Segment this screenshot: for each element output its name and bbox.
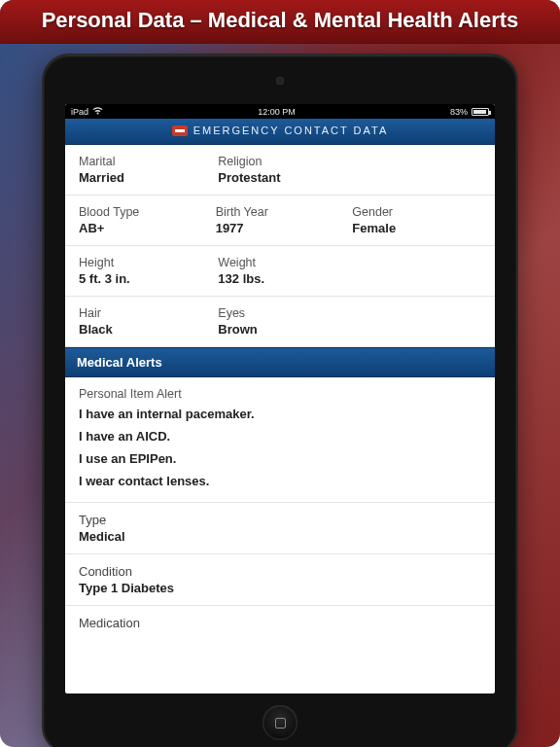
value-marital: Married [79,170,210,185]
label-religion: Religion [218,155,481,168]
value-eyes: Brown [218,322,481,337]
label-condition: Condition [79,564,481,579]
label-weight: Weight [218,256,481,269]
label-gender: Gender [352,205,481,219]
wifi-icon [92,106,103,117]
alert-line: I have an AICD. [79,429,481,444]
clock: 12:00 PM [258,107,296,117]
page-title: Personal Data – Medical & Mental Health … [0,0,560,44]
field-birth-year: Birth Year 1977 [216,205,345,235]
field-marital: Marital Married [79,155,210,185]
label-type: Type [79,513,481,527]
app-header-title: EMERGENCY CONTACT DATA [193,124,389,136]
value-religion: Protestant [218,170,481,185]
label-medication: Medication [79,616,481,630]
field-weight: Weight 132 lbs. [218,256,481,286]
field-height: Height 5 ft. 3 in. [79,256,210,286]
status-left: iPad [71,106,103,117]
device-screen: iPad 12:00 PM 83% EMERGENCY CONTACT DATA [65,104,495,694]
value-weight: 132 lbs. [218,271,481,286]
value-gender: Female [352,221,481,235]
field-medication: Medication [65,606,495,640]
app-header: EMERGENCY CONTACT DATA [65,119,495,145]
camera-dot [276,77,284,85]
label-height: Height [79,256,210,269]
field-gender: Gender Female [352,205,481,235]
alert-line: I use an EPIPen. [79,451,481,466]
field-hair: Hair Black [79,306,210,337]
status-right: 83% [450,107,489,117]
label-blood-type: Blood Type [79,205,208,219]
app-logo-icon [172,125,188,136]
row-marital-religion: Marital Married Religion Protestant [65,145,495,196]
label-marital: Marital [79,155,210,168]
label-eyes: Eyes [218,306,481,320]
tablet-mockup: iPad 12:00 PM 83% EMERGENCY CONTACT DATA [42,53,518,747]
section-medical-alerts: Medical Alerts [65,347,495,377]
value-hair: Black [79,322,210,337]
marketing-frame: Personal Data – Medical & Mental Health … [0,0,560,747]
alert-line: I have an internal pacemaker. [79,407,481,421]
content-scroll[interactable]: Marital Married Religion Protestant Bloo… [65,145,495,694]
value-height: 5 ft. 3 in. [79,271,210,286]
field-religion: Religion Protestant [218,155,481,185]
row-hair-eyes: Hair Black Eyes Brown [65,297,495,347]
value-blood-type: AB+ [79,221,208,235]
value-type: Medical [79,529,481,544]
battery-percent: 83% [450,107,468,117]
battery-icon [472,108,489,116]
personal-item-alert: Personal Item Alert I have an internal p… [65,377,495,503]
home-button[interactable] [262,705,298,740]
label-personal-item-alert: Personal Item Alert [79,387,481,401]
home-icon [275,718,286,729]
label-birth-year: Birth Year [216,205,345,219]
alert-line: I wear contact lenses. [79,474,481,488]
value-birth-year: 1977 [216,221,345,235]
status-bar: iPad 12:00 PM 83% [65,104,495,119]
label-hair: Hair [79,306,210,320]
field-eyes: Eyes Brown [218,306,481,337]
field-type: Type Medical [65,503,495,554]
field-blood-type: Blood Type AB+ [79,205,208,235]
field-condition: Condition Type 1 Diabetes [65,554,495,606]
carrier-label: iPad [71,107,88,117]
row-blood-birth-gender: Blood Type AB+ Birth Year 1977 Gender Fe… [65,196,495,246]
value-condition: Type 1 Diabetes [79,581,481,595]
row-height-weight: Height 5 ft. 3 in. Weight 132 lbs. [65,246,495,297]
